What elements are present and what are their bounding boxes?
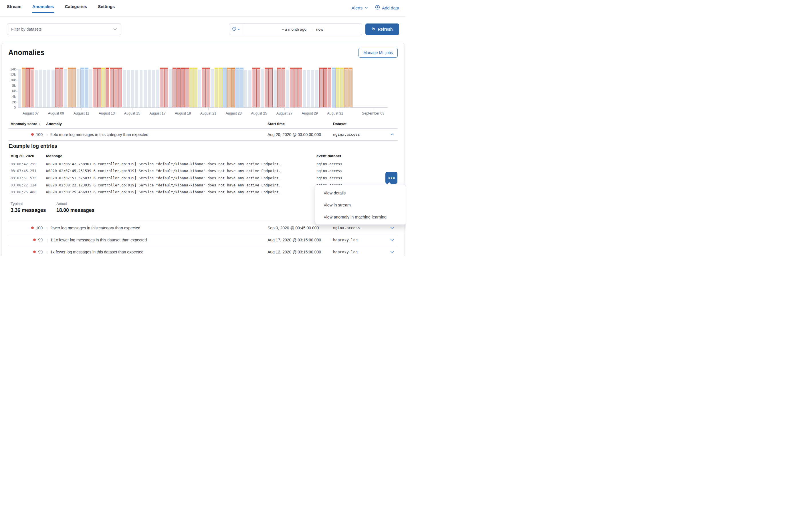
histogram-bar[interactable] <box>198 70 201 107</box>
quick-time-menu-button[interactable] <box>229 24 243 35</box>
menu-item-view-details[interactable]: View details <box>315 187 406 199</box>
anomaly-band[interactable] <box>26 68 30 107</box>
log-entry-row[interactable]: 03:07:51.575 W0820 02:07:51.575037 6 con… <box>8 174 398 182</box>
histogram-bar[interactable] <box>43 70 46 107</box>
tab-stream[interactable]: Stream <box>7 4 22 13</box>
anomaly-band[interactable] <box>214 68 219 107</box>
anomaly-band[interactable] <box>344 68 348 107</box>
histogram-bar[interactable] <box>35 70 38 107</box>
anomaly-band[interactable] <box>239 68 243 107</box>
histogram-bar[interactable] <box>248 70 252 107</box>
anomaly-band[interactable] <box>194 68 197 107</box>
tab-settings[interactable]: Settings <box>98 4 115 13</box>
menu-item-view-anomaly-in-ml[interactable]: View anomaly in machine learning <box>315 211 406 223</box>
log-entry-row[interactable]: 03:06:42.259 W0820 02:06:42.258961 6 con… <box>8 160 398 167</box>
tab-categories[interactable]: Categories <box>65 4 87 13</box>
anomaly-band[interactable] <box>164 68 168 107</box>
histogram-bar[interactable] <box>311 70 314 107</box>
anomaly-band[interactable] <box>340 68 344 107</box>
anomaly-band[interactable] <box>227 68 231 107</box>
log-entry-row[interactable]: 03:07:45.251 W0820 02:07:45.251539 6 con… <box>8 167 398 175</box>
expand-row-button[interactable] <box>386 226 398 230</box>
histogram-bar[interactable] <box>286 70 289 107</box>
histogram-bar[interactable] <box>39 70 42 107</box>
anomaly-band[interactable] <box>298 68 302 107</box>
anomaly-row[interactable]: 100 ↑5.4x more log messages in this cate… <box>8 129 398 141</box>
histogram-bar[interactable] <box>140 70 143 107</box>
histogram-bar[interactable] <box>303 70 306 107</box>
anomaly-band[interactable] <box>177 68 181 107</box>
anomaly-band[interactable] <box>118 68 122 107</box>
histogram-bar[interactable] <box>131 70 134 107</box>
anomaly-band[interactable] <box>160 68 164 107</box>
histogram-bar[interactable] <box>77 69 80 107</box>
anomaly-band[interactable] <box>114 68 118 107</box>
histogram-bar[interactable] <box>64 69 67 107</box>
menu-item-view-in-stream[interactable]: View in stream <box>315 199 406 211</box>
anomaly-band[interactable] <box>348 68 352 107</box>
anomaly-band[interactable] <box>30 68 34 107</box>
tab-anomalies[interactable]: Anomalies <box>32 4 54 13</box>
anomaly-band[interactable] <box>68 68 72 107</box>
anomaly-band[interactable] <box>190 68 194 107</box>
time-range-picker[interactable]: ~ a month ago → now <box>229 24 362 35</box>
expand-row-button[interactable] <box>386 250 398 254</box>
anomaly-band[interactable] <box>202 68 206 107</box>
time-range-display[interactable]: ~ a month ago → now <box>243 24 362 35</box>
histogram-bar[interactable] <box>169 69 172 107</box>
expand-row-button[interactable] <box>386 238 398 242</box>
column-anomaly-score[interactable]: Anomaly score↓ <box>8 122 46 126</box>
anomaly-band[interactable] <box>101 68 105 107</box>
anomaly-band[interactable] <box>323 68 327 107</box>
histogram-bar[interactable] <box>244 70 248 107</box>
anomaly-band[interactable] <box>219 68 223 107</box>
anomaly-band[interactable] <box>72 68 76 107</box>
histogram-bar[interactable] <box>47 70 50 107</box>
anomaly-band[interactable] <box>181 68 185 107</box>
anomaly-band[interactable] <box>269 68 273 107</box>
alerts-menu-button[interactable]: Alerts <box>352 5 368 10</box>
anomaly-band[interactable] <box>93 68 97 107</box>
histogram-bar[interactable] <box>148 70 151 107</box>
histogram-bar[interactable] <box>127 70 130 107</box>
add-data-link[interactable]: Add data <box>375 5 399 10</box>
histogram-bar[interactable] <box>18 69 21 107</box>
anomaly-band[interactable] <box>265 68 269 107</box>
anomaly-band[interactable] <box>106 68 110 107</box>
histogram-bar[interactable] <box>89 69 92 107</box>
collapse-row-button[interactable] <box>386 132 398 137</box>
anomaly-band[interactable] <box>59 68 63 107</box>
histogram-bar[interactable] <box>156 70 160 107</box>
anomaly-band[interactable] <box>252 68 256 107</box>
histogram-bar[interactable] <box>210 69 214 107</box>
time-range-end[interactable]: now <box>316 27 323 31</box>
anomaly-band[interactable] <box>97 68 101 107</box>
histogram-bar[interactable] <box>123 70 126 107</box>
anomaly-band[interactable] <box>294 68 298 107</box>
histogram-bar[interactable] <box>307 70 310 107</box>
anomaly-band[interactable] <box>231 68 235 107</box>
histogram-bar[interactable] <box>144 70 147 107</box>
anomaly-band[interactable] <box>332 68 336 107</box>
histogram-bar[interactable] <box>52 70 55 107</box>
manage-ml-jobs-button[interactable]: Manage ML jobs <box>358 48 398 58</box>
histogram-bar[interactable] <box>152 70 155 107</box>
histogram-bar[interactable] <box>315 70 318 107</box>
anomaly-band[interactable] <box>80 68 84 107</box>
anomaly-band[interactable] <box>22 68 26 107</box>
anomaly-band[interactable] <box>290 68 294 107</box>
anomaly-band[interactable] <box>173 68 177 107</box>
anomaly-row[interactable]: 99 ↓1.1x fewer log messages in this data… <box>8 234 398 246</box>
anomaly-band[interactable] <box>85 68 89 107</box>
refresh-button[interactable]: ↻ Refresh <box>366 24 399 35</box>
anomaly-band[interactable] <box>110 68 114 107</box>
anomaly-band[interactable] <box>223 68 227 107</box>
anomaly-row[interactable]: 99 ↓1x fewer log messages in this datase… <box>8 246 398 256</box>
anomaly-band[interactable] <box>256 68 260 107</box>
anomaly-band[interactable] <box>319 68 323 107</box>
histogram-bar[interactable] <box>273 70 277 107</box>
dataset-filter-combobox[interactable]: Filter by datasets <box>7 24 121 35</box>
anomaly-band[interactable] <box>282 68 286 107</box>
log-entry-actions-button[interactable] <box>385 172 398 184</box>
anomaly-band[interactable] <box>55 68 59 107</box>
